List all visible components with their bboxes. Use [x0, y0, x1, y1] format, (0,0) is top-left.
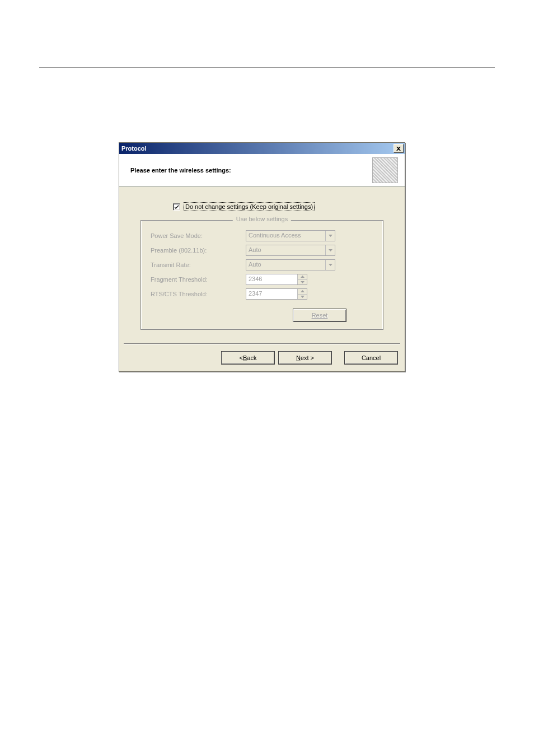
combo-preamble-value: Auto: [246, 245, 325, 255]
chevron-down-icon: [301, 281, 305, 283]
label-power-save-mode: Power Save Mode:: [151, 232, 246, 239]
next-button[interactable]: Next >: [278, 351, 332, 365]
reset-button: Reset: [293, 309, 346, 322]
keep-original-row: Do not change settings (Keep original se…: [173, 202, 383, 211]
chevron-down-icon: [329, 235, 332, 237]
use-below-settings-group: Use below settings Power Save Mode: Cont…: [140, 216, 383, 330]
combo-transmit-rate-value: Auto: [246, 260, 325, 270]
label-fragment-threshold: Fragment Threshold:: [151, 276, 246, 283]
row-rts-cts-threshold: RTS/CTS Threshold: 2347: [151, 287, 373, 301]
keep-original-checkbox[interactable]: [173, 203, 180, 211]
row-transmit-rate: Transmit Rate: Auto: [151, 258, 373, 272]
label-transmit-rate: Transmit Rate:: [151, 262, 246, 268]
row-preamble: Preamble (802.11b): Auto: [151, 244, 373, 257]
spin-fragment-up: [298, 274, 307, 279]
footer-buttons: < Back Next > Cancel: [119, 344, 405, 371]
spin-fragment-threshold: 2346: [246, 274, 307, 285]
row-power-save-mode: Power Save Mode: Continuous Access: [151, 229, 373, 242]
combo-transmit-rate-button: [325, 260, 335, 270]
checkmark-icon: [174, 204, 179, 209]
combo-power-save-mode-value: Continuous Access: [246, 231, 325, 241]
chevron-down-icon: [329, 264, 332, 266]
window-title: Protocol: [121, 145, 394, 152]
page-divider: [39, 67, 495, 68]
back-button[interactable]: < Back: [221, 351, 275, 365]
wizard-logo: [372, 157, 398, 183]
protocol-dialog: Protocol Please enter the wireless setti…: [119, 142, 405, 372]
keep-original-label: Do not change settings (Keep original se…: [184, 202, 315, 211]
dialog-body: Do not change settings (Keep original se…: [119, 186, 405, 337]
header-strip: Please enter the wireless settings:: [119, 154, 405, 186]
combo-power-save-mode-button: [325, 231, 335, 241]
titlebar: Protocol: [119, 143, 405, 154]
label-rts-cts-threshold: RTS/CTS Threshold:: [151, 291, 246, 297]
spin-rts-cts-threshold-value: 2347: [246, 289, 297, 299]
spin-fragment-threshold-value: 2346: [246, 274, 297, 284]
spin-rts-up: [298, 289, 307, 294]
dialog-heading: Please enter the wireless settings:: [130, 167, 372, 174]
combo-preamble-button: [325, 245, 335, 255]
close-button[interactable]: [394, 144, 404, 153]
combo-power-save-mode: Continuous Access: [246, 230, 335, 241]
spin-fragment-down: [298, 279, 307, 285]
close-icon: [396, 147, 401, 151]
spin-rts-cts-threshold: 2347: [246, 288, 307, 300]
combo-preamble: Auto: [246, 245, 335, 256]
label-preamble: Preamble (802.11b):: [151, 247, 246, 254]
chevron-up-icon: [301, 276, 305, 278]
chevron-down-icon: [301, 296, 305, 298]
cancel-button[interactable]: Cancel: [344, 351, 398, 365]
chevron-up-icon: [301, 290, 305, 292]
combo-transmit-rate: Auto: [246, 259, 335, 270]
chevron-down-icon: [329, 249, 332, 251]
row-fragment-threshold: Fragment Threshold: 2346: [151, 273, 373, 286]
spin-rts-down: [298, 294, 307, 300]
